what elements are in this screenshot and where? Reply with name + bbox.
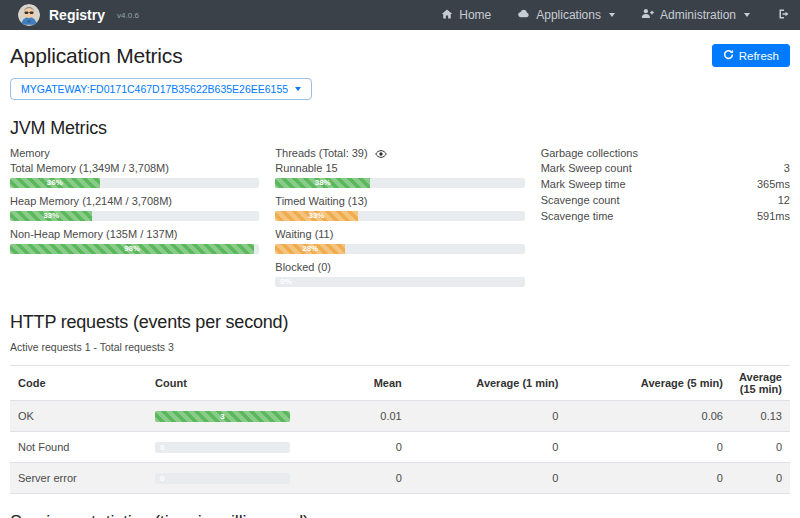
cell-count: 0 [147, 463, 307, 494]
cell-avg1: 0 [410, 401, 567, 432]
table-row: OK 3 0.01 0 0.06 0.13 [10, 401, 790, 432]
progress-track: 98% [10, 244, 259, 254]
http-requests-table: Code Count Mean Average (1 min) Average … [10, 365, 790, 494]
progress-track: 0 [155, 442, 290, 453]
progress-bar: 0% [275, 277, 524, 287]
instance-selector-dropdown[interactable]: MYGATEWAY:FD0171C467D17B35622B635E26EE61… [10, 78, 312, 100]
metric-label: Timed Waiting (13) [275, 195, 524, 207]
gc-value: 3 [784, 161, 790, 177]
gc-label: Scavenge count [541, 193, 620, 209]
cell-avg5: 0.06 [566, 401, 731, 432]
brand-link[interactable]: Registry v4.0.6 [18, 4, 139, 26]
chevron-down-icon [609, 13, 615, 17]
progress-bar: 28% [275, 244, 345, 254]
nav-item-home[interactable]: Home [441, 8, 491, 23]
metric-label: Waiting (11) [275, 228, 524, 240]
chevron-down-icon [744, 13, 750, 17]
cell-code: Server error [10, 463, 147, 494]
gc-row: Scavenge count 12 [541, 193, 790, 209]
sign-out-icon [778, 8, 790, 23]
progress-track: 33% [275, 211, 524, 221]
threads-column: Threads (Total: 39) Runnable 15 38% Time… [275, 147, 524, 294]
gc-row: Scavenge time 591ms [541, 209, 790, 225]
metric-label: Runnable 15 [275, 162, 524, 174]
gc-label: Scavenge time [541, 209, 614, 225]
progress-bar: 33% [10, 211, 92, 221]
table-row: Not Found 0 0 0 0 0 [10, 432, 790, 463]
column-header-avg5: Average (5 min) [566, 366, 731, 401]
progress-track: 0 [155, 473, 290, 484]
progress-bar: 3 [155, 411, 290, 422]
jvm-grid: Memory Total Memory (1,349M / 3,708M) 36… [10, 147, 790, 294]
column-header-code: Code [10, 366, 147, 401]
chevron-down-icon [295, 87, 301, 91]
cell-avg5: 0 [566, 432, 731, 463]
nav-item-applications[interactable]: Applications [517, 7, 615, 23]
metric-total-memory: Total Memory (1,349M / 3,708M) 36% [10, 162, 259, 188]
metric-label: Heap Memory (1,214M / 3,708M) [10, 195, 259, 207]
sign-out-button[interactable] [778, 8, 790, 23]
gc-label: Mark Sweep count [541, 161, 632, 177]
gc-column: Garbage collections Mark Sweep count 3 M… [541, 147, 790, 294]
progress-track: 0% [275, 277, 524, 287]
column-header-avg15: Average (15 min) [731, 366, 790, 401]
metric-runnable: Runnable 15 38% [275, 162, 524, 188]
http-requests-title: HTTP requests (events per second) [10, 312, 790, 333]
cell-avg15: 0 [731, 432, 790, 463]
metric-label: Non-Heap Memory (135M / 137M) [10, 228, 259, 240]
progress-track: 28% [275, 244, 524, 254]
progress-track: 33% [10, 211, 259, 221]
jhipster-logo-icon [18, 4, 40, 26]
nav-item-label: Applications [536, 8, 601, 22]
cloud-icon [517, 7, 530, 23]
threads-title: Threads (Total: 39) [275, 147, 367, 159]
progress-bar: 0 [155, 473, 290, 484]
gc-value: 365ms [757, 177, 790, 193]
metric-heap-memory: Heap Memory (1,214M / 3,708M) 33% [10, 195, 259, 221]
jvm-metrics-title: JVM Metrics [10, 118, 790, 139]
cell-code: Not Found [10, 432, 147, 463]
metric-label: Total Memory (1,349M / 3,708M) [10, 162, 259, 174]
cell-code: OK [10, 401, 147, 432]
cell-avg15: 0.13 [731, 401, 790, 432]
cell-mean: 0.01 [307, 401, 410, 432]
metric-nonheap-memory: Non-Heap Memory (135M / 137M) 98% [10, 228, 259, 254]
cell-avg5: 0 [566, 463, 731, 494]
nav-links: Home Applications Administration [441, 7, 790, 23]
progress-bar: 98% [10, 244, 254, 254]
gc-label: Mark Sweep time [541, 177, 626, 193]
gc-row: Mark Sweep time 365ms [541, 177, 790, 193]
metric-waiting: Waiting (11) 28% [275, 228, 524, 254]
refresh-label: Refresh [739, 50, 779, 62]
refresh-icon [723, 49, 734, 62]
cell-avg15: 0 [731, 463, 790, 494]
gc-row: Mark Sweep count 3 [541, 161, 790, 177]
metric-blocked: Blocked (0) 0% [275, 261, 524, 287]
cell-mean: 0 [307, 463, 410, 494]
progress-bar: 38% [275, 178, 370, 188]
metric-timed-waiting: Timed Waiting (13) 33% [275, 195, 524, 221]
brand-version: v4.0.6 [117, 11, 139, 20]
instance-selector-label: MYGATEWAY:FD0171C467D17B35622B635E26EE61… [21, 83, 288, 95]
eye-icon[interactable] [375, 148, 387, 160]
page-title: Application Metrics [10, 44, 182, 68]
gc-value: 591ms [757, 209, 790, 225]
cell-count: 0 [147, 432, 307, 463]
gc-title: Garbage collections [541, 147, 790, 159]
nav-item-label: Administration [660, 8, 736, 22]
http-requests-subtitle: Active requests 1 - Total requests 3 [10, 341, 790, 353]
column-header-avg1: Average (1 min) [410, 366, 567, 401]
metric-label: Blocked (0) [275, 261, 524, 273]
cell-avg1: 0 [410, 463, 567, 494]
navbar: Registry v4.0.6 Home Applications Admini [0, 0, 800, 30]
cell-count: 3 [147, 401, 307, 432]
progress-bar: 36% [10, 178, 100, 188]
table-row: Server error 0 0 0 0 0 [10, 463, 790, 494]
nav-item-administration[interactable]: Administration [641, 7, 750, 23]
progress-track: 36% [10, 178, 259, 188]
table-header-row: Code Count Mean Average (1 min) Average … [10, 366, 790, 401]
services-statistics-title: Services statistics (time in millisecond… [10, 512, 790, 518]
column-header-count: Count [147, 366, 307, 401]
cell-mean: 0 [307, 432, 410, 463]
refresh-button[interactable]: Refresh [712, 44, 790, 67]
